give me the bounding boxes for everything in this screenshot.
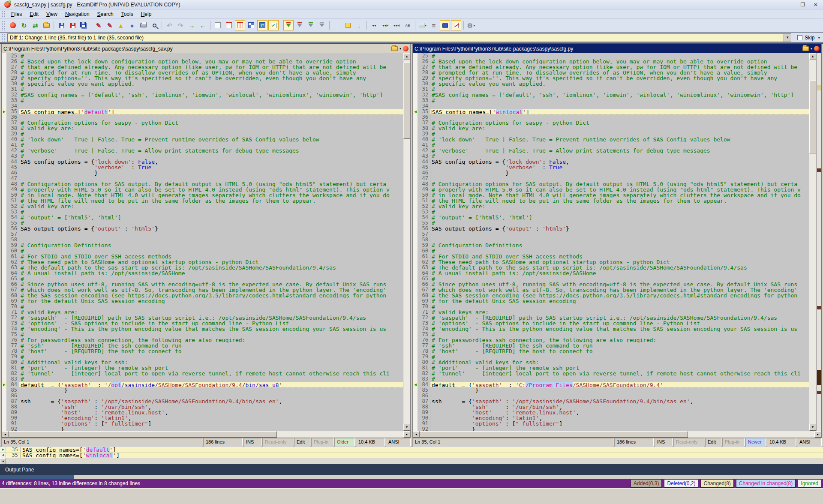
menu-help[interactable]: Help: [137, 10, 156, 18]
right-code-line-61[interactable]: 61# For STDIO and STDIO over SSH access …: [413, 254, 809, 259]
code-text[interactable]: [430, 176, 809, 181]
code-text[interactable]: #: [19, 209, 403, 215]
code-text[interactable]: [19, 176, 403, 181]
diff-map-mark[interactable]: [817, 168, 821, 172]
diff-map-mark[interactable]: [817, 306, 821, 309]
code-text[interactable]: # These need path to SASHome and optiona…: [430, 259, 809, 265]
left-code-line-62[interactable]: 62# These need path to SASHome and optio…: [2, 259, 403, 265]
right-hscrollbar-thumb[interactable]: [420, 431, 688, 438]
print-icon[interactable]: [138, 20, 148, 30]
code-text[interactable]: # that are defined already. Any necessar…: [19, 64, 403, 70]
left-hscrollbar-thumb[interactable]: [9, 431, 277, 438]
left-code-line-37[interactable]: 37# Configuration options for saspy - py…: [2, 120, 403, 126]
right-scrollbar-thumb[interactable]: [809, 81, 816, 153]
code-text[interactable]: }: [19, 426, 403, 431]
left-code-line-85[interactable]: 85 }: [2, 387, 403, 393]
code-text[interactable]: # Since python uses utf-8, running SAS w…: [19, 282, 403, 287]
left-code-line-64[interactable]: 64# A usual install path is: /opt/sasins…: [2, 270, 403, 276]
code-text[interactable]: # Additional valid keys for ssh:: [19, 360, 403, 365]
right-code-line-70[interactable]: 70#: [413, 304, 809, 309]
left-code-line-67[interactable]: 67# which does not work well as utf-8. S…: [2, 287, 403, 293]
left-code-line-25[interactable]: 25#: [2, 53, 403, 59]
code-text[interactable]: # 'options' - SAS options to include in …: [19, 321, 403, 326]
right-code-line-74[interactable]: 74# 'encoding' - This is the python enco…: [413, 326, 809, 332]
left-code-line-88[interactable]: 88 'ssh' : '/usr/bin/ssh',: [2, 404, 403, 410]
left-code-line-28[interactable]: 28# prompted for at run time. To dissall…: [2, 70, 403, 75]
left-code-line-34[interactable]: 34: [2, 103, 403, 109]
right-code-line-89[interactable]: 89 'host' : 'remote.linux.host',: [413, 410, 809, 415]
left-pane-header[interactable]: C:\Program Files\Python\Python37\Lib\sit…: [2, 44, 410, 53]
code-text[interactable]: #: [430, 276, 809, 282]
left-code-line-47[interactable]: 47: [2, 176, 403, 181]
left-code-line-90[interactable]: 90 'encoding': 'latin1',: [2, 415, 403, 421]
show-diffs-filter-icon[interactable]: [283, 20, 294, 30]
publish-icon[interactable]: ●: [127, 20, 137, 30]
left-scrollbar-thumb[interactable]: [403, 63, 410, 139]
code-text[interactable]: #: [430, 142, 809, 148]
right-code-line-36[interactable]: 36: [413, 114, 809, 120]
left-code-line-74[interactable]: 74# 'encoding' - This is the python enco…: [2, 326, 403, 332]
code-text[interactable]: #: [19, 53, 403, 59]
code-text[interactable]: #: [19, 354, 403, 360]
left-code-line-55[interactable]: 55#: [2, 220, 403, 226]
code-text[interactable]: #: [430, 131, 809, 137]
code-text[interactable]: [430, 231, 809, 237]
right-code-line-56[interactable]: 56SAS_output_options = {'output' : 'html…: [413, 226, 809, 231]
code-text[interactable]: # valid keys are:: [430, 309, 809, 315]
right-code-line-87[interactable]: 87ssh = {'saspath' : '/opt/sasinside/SAS…: [413, 399, 809, 404]
code-text[interactable]: SAS_config_options = {'lock_down': False…: [19, 159, 403, 165]
code-text[interactable]: # 'port' - [integer] the remote ssh port: [430, 365, 809, 371]
show-second-pane-icon[interactable]: [224, 20, 234, 30]
code-text[interactable]: #SAS_config_names = ['default', 'ssh', '…: [430, 92, 809, 98]
show-first-pane-icon[interactable]: [213, 20, 223, 30]
code-text[interactable]: 'host' : 'remote.linux.host',: [430, 410, 809, 415]
code-text[interactable]: #: [430, 332, 809, 337]
code-text[interactable]: SAS_output_options = {'output' : 'html5'…: [430, 226, 809, 231]
code-text[interactable]: # Configuration options for SAS output. …: [19, 181, 403, 187]
code-text[interactable]: # 'host' - [REQUIRED] the host to connec…: [19, 348, 403, 354]
code-text[interactable]: [19, 231, 403, 237]
code-text[interactable]: # valid key are:: [19, 204, 403, 209]
auto-recompare-icon[interactable]: ✓: [268, 20, 279, 30]
code-text[interactable]: # 'verbose' - True | False. True = Allow…: [19, 148, 403, 153]
diffbar-grip[interactable]: [1, 33, 5, 41]
code-text[interactable]: # 'ssh' - [REQUIRED] the ssh command to …: [430, 343, 809, 348]
left-code-line-66[interactable]: 66# Since python uses utf-8, running SAS…: [2, 282, 403, 287]
code-text[interactable]: # For passwordless ssh connection, the f…: [430, 337, 809, 343]
find-prev-icon[interactable]: ●●: [391, 20, 402, 30]
code-text[interactable]: #: [19, 276, 403, 282]
left-code-line-35[interactable]: 35SAS_config_names=['default']: [2, 109, 403, 114]
code-text[interactable]: #: [19, 248, 403, 254]
code-text[interactable]: # which does not work well as utf-8. So,…: [430, 287, 809, 293]
code-text[interactable]: #: [19, 142, 403, 148]
toolbar-grip[interactable]: [1, 20, 5, 30]
left-code-line-54[interactable]: 54# 'output' = ['html5', 'html']: [2, 215, 403, 220]
right-open-file-icon[interactable]: [802, 46, 809, 51]
right-code-line-54[interactable]: 54# 'output' = ['html5', 'html']: [413, 215, 809, 220]
right-code-line-51[interactable]: 51# the HTML file will need to be put in…: [413, 198, 809, 204]
diff-map-strip[interactable]: [816, 53, 821, 431]
code-text[interactable]: SAS_config_names=['default']: [19, 109, 403, 114]
code-text[interactable]: #: [19, 376, 403, 382]
right-code-line-43[interactable]: 43#: [413, 153, 809, 159]
right-code-line-46[interactable]: 46 }: [413, 170, 809, 176]
code-text[interactable]: # These need path to SASHome and optiona…: [19, 259, 403, 265]
right-pane-header[interactable]: C:\Program Files\Python\Python37\Lib\sit…: [413, 44, 821, 53]
code-text[interactable]: # 'options' - SAS options to include in …: [430, 321, 809, 326]
right-code-line-86[interactable]: 86: [413, 393, 809, 399]
diff-map-mark[interactable]: [817, 85, 821, 90]
find-next-icon[interactable]: ●●: [380, 20, 390, 30]
right-code-line-30[interactable]: 30# specific value you want applied.: [413, 81, 809, 87]
right-code-line-73[interactable]: 73# 'options' - SAS options to include i…: [413, 321, 809, 326]
right-scroll-up-icon[interactable]: ▲: [809, 53, 816, 60]
code-text[interactable]: # valid key are:: [430, 126, 809, 131]
right-code-line-55[interactable]: 55#: [413, 220, 809, 226]
left-code-line-45[interactable]: 45 'verbose' : True: [2, 165, 403, 170]
code-text[interactable]: default = {'saspath' : '/opt/sasinside/S…: [19, 382, 403, 387]
right-code-line-38[interactable]: 38# valid key are:: [413, 126, 809, 131]
right-code-line-41[interactable]: 41#: [413, 142, 809, 148]
code-text[interactable]: # 'tunnel' - [integer] local port to ope…: [430, 371, 809, 376]
code-text[interactable]: # 'encoding' - This is the python encodi…: [430, 326, 809, 332]
left-file-dropdown-icon[interactable]: ▾: [399, 47, 401, 51]
code-text[interactable]: # valid keys are:: [19, 309, 403, 315]
